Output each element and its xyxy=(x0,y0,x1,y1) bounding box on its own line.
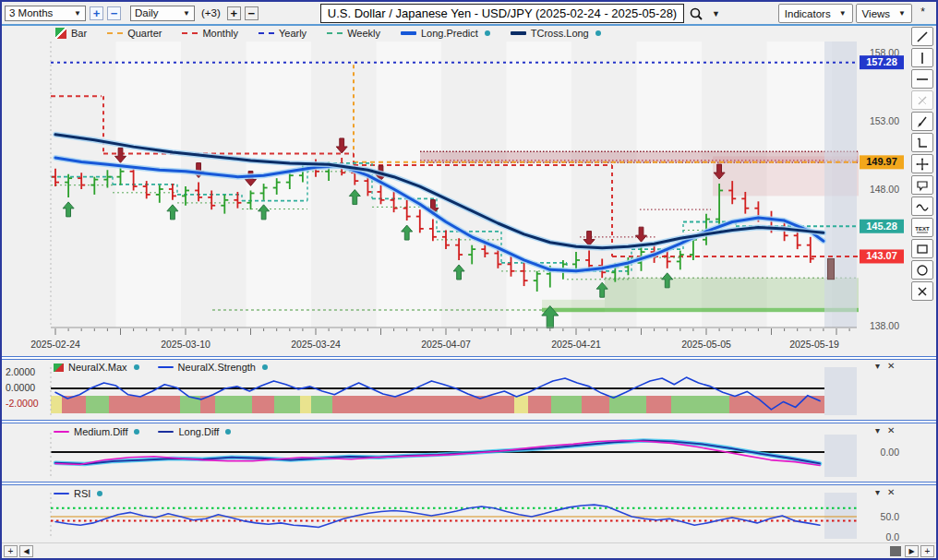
svg-text:2025-03-10: 2025-03-10 xyxy=(161,339,210,350)
range-zoom-out-button[interactable]: − xyxy=(107,6,121,20)
indicators-button[interactable]: Indicators ▼ xyxy=(778,4,853,23)
scroll-left-button[interactable]: ◀ xyxy=(19,545,33,557)
drawing-toolbar: TEXT xyxy=(908,27,936,322)
scroll-right-button[interactable]: ▶ xyxy=(905,545,919,557)
legend-label: Quarter xyxy=(127,28,162,39)
scrollbar-track[interactable] xyxy=(35,545,903,557)
chart-scrollbar: + ◀ ▶ + xyxy=(2,542,936,558)
panel-close-button[interactable]: ✕ xyxy=(887,361,895,371)
diff-legend: Medium.DiffLong.Diff xyxy=(54,426,231,437)
horizontal-line-tool-button[interactable] xyxy=(911,69,933,89)
legend-label: Bar xyxy=(71,28,87,39)
rsi-panel[interactable]: 50.00.0 xyxy=(2,485,905,541)
wave-tool-button[interactable] xyxy=(911,197,933,216)
angle-icon xyxy=(915,136,930,150)
interval-select-value: Daily xyxy=(135,7,159,18)
scroll-zoom-right-button[interactable]: + xyxy=(920,545,934,557)
top-toolbar: 3 Months ▼ + − Daily ▼ (+3) + − U.S. Dol… xyxy=(2,2,936,24)
scrollbar-thumb[interactable] xyxy=(890,546,901,556)
forecast-bar xyxy=(828,258,835,279)
legend-label: Monthly xyxy=(202,28,238,39)
text-tool-tool-button[interactable]: TEXT xyxy=(911,218,933,237)
info-dot-icon[interactable] xyxy=(134,429,139,435)
legend-item-quarter: Quarter xyxy=(107,28,162,39)
svg-text:TEXT: TEXT xyxy=(915,226,930,232)
callout-tool-button[interactable] xyxy=(911,175,933,195)
trendline-tool-button[interactable] xyxy=(911,27,933,46)
neuralx-legend: NeuralX.MaxNeuralX.Strength xyxy=(54,362,268,373)
info-dot-icon[interactable] xyxy=(262,364,268,370)
chevron-down-icon: ▼ xyxy=(839,9,847,18)
panel-close-button[interactable]: ✕ xyxy=(887,425,895,435)
pen-tool-button[interactable] xyxy=(911,112,933,131)
diff-panel-controls: ▾✕ xyxy=(875,425,895,435)
pen-icon xyxy=(915,114,930,129)
rectangle-tool-button[interactable] xyxy=(911,239,933,258)
svg-text:2025-02-24: 2025-02-24 xyxy=(30,339,80,350)
long-predict-swatch-icon xyxy=(401,31,416,35)
info-dot-icon[interactable] xyxy=(134,364,139,370)
range-select[interactable]: 3 Months ▼ xyxy=(5,6,86,21)
close-tool-button[interactable] xyxy=(911,281,933,301)
chevron-down-icon: ▼ xyxy=(183,9,190,18)
legend-item-neuralx-strength: NeuralX.Strength xyxy=(158,362,268,373)
legend-item-long-diff: Long.Diff xyxy=(158,426,231,437)
svg-text:148.00: 148.00 xyxy=(870,184,899,195)
ellipse-icon xyxy=(915,263,930,278)
main-price-chart[interactable]: 2025-02-242025-03-102025-03-242025-04-07… xyxy=(2,25,905,356)
bars-remove-button[interactable]: − xyxy=(245,6,259,20)
horizontal-line-icon xyxy=(915,72,930,87)
chevron-down-icon: ▼ xyxy=(898,9,906,18)
search-icon[interactable] xyxy=(689,6,704,21)
legend-item-medium-diff: Medium.Diff xyxy=(54,426,139,437)
bars-add-button[interactable]: + xyxy=(227,6,241,20)
vertical-line-icon xyxy=(915,51,930,66)
panel-collapse-button[interactable]: ▾ xyxy=(875,361,880,371)
callout-icon xyxy=(915,178,930,193)
weekly-swatch-icon xyxy=(327,32,343,34)
svg-text:0.00: 0.00 xyxy=(881,447,900,458)
range-select-value: 3 Months xyxy=(9,7,53,18)
svg-text:2025-03-24: 2025-03-24 xyxy=(291,339,341,350)
symbol-title[interactable]: U.S. Dollar / Japanese Yen - USD/JPY (20… xyxy=(320,4,684,23)
neuralx-strength-swatch-icon xyxy=(158,366,174,369)
svg-text:143.07: 143.07 xyxy=(866,250,897,261)
legend-label: TCross.Long xyxy=(531,28,589,39)
vertical-line-tool-button[interactable] xyxy=(911,48,933,67)
svg-text:153.00: 153.00 xyxy=(870,115,899,126)
svg-text:2025-05-05: 2025-05-05 xyxy=(681,339,731,350)
wave-icon xyxy=(915,199,930,214)
crosshair-tool-button[interactable] xyxy=(911,154,933,173)
svg-text:50.0: 50.0 xyxy=(881,511,900,522)
medium-diff-swatch-icon xyxy=(54,431,69,434)
panel-close-button[interactable]: ✕ xyxy=(887,487,895,497)
interval-select[interactable]: Daily ▼ xyxy=(130,6,195,21)
monthly-swatch-icon xyxy=(182,32,198,34)
range-zoom-in-button[interactable]: + xyxy=(90,6,103,20)
info-dot-icon[interactable] xyxy=(97,491,102,496)
crosshair-icon xyxy=(915,157,930,172)
info-dot-icon[interactable] xyxy=(595,30,601,36)
ellipse-tool-button[interactable] xyxy=(911,260,933,280)
legend-label: RSI xyxy=(74,488,90,499)
charting-app-window: 3 Months ▼ + − Daily ▼ (+3) + − U.S. Dol… xyxy=(0,0,938,560)
panel-collapse-button[interactable]: ▾ xyxy=(875,425,880,435)
svg-text:157.28: 157.28 xyxy=(866,56,897,67)
legend-item-weekly: Weekly xyxy=(327,28,380,39)
scroll-zoom-left-button[interactable]: + xyxy=(4,545,18,557)
views-button[interactable]: Views ▼ xyxy=(856,4,912,23)
rsi-swatch-icon xyxy=(54,493,69,495)
svg-text:2025-04-21: 2025-04-21 xyxy=(551,339,601,350)
legend-item-monthly: Monthly xyxy=(182,28,238,39)
svg-text:0.0000: 0.0000 xyxy=(6,382,35,393)
toolbar-right-group: Indicators ▼ Views ▼ xyxy=(778,4,912,23)
info-dot-icon[interactable] xyxy=(225,429,231,435)
close-icon xyxy=(915,284,930,299)
search-dropdown-icon[interactable]: ▼ xyxy=(712,9,720,18)
legend-label: NeuralX.Max xyxy=(68,362,127,373)
info-dot-icon[interactable] xyxy=(485,30,490,36)
panel-collapse-button[interactable]: ▾ xyxy=(875,487,880,497)
angle-tool-button[interactable] xyxy=(911,133,933,152)
pin-icon[interactable]: * xyxy=(920,6,925,18)
chevron-down-icon: ▼ xyxy=(74,9,81,18)
